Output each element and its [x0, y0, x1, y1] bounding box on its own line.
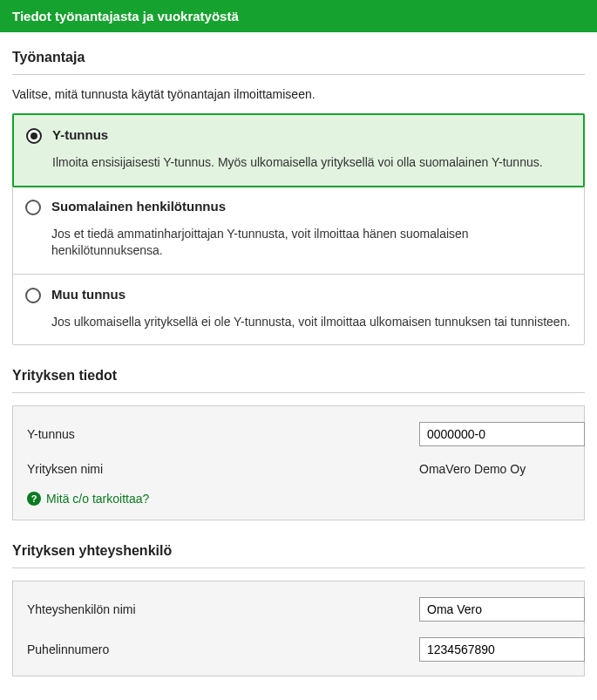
contact-section-title: Yrityksen yhteyshenkilö — [12, 538, 585, 568]
radio-label: Y-tunnus — [52, 127, 571, 142]
company-name-value: OmaVero Demo Oy — [419, 462, 570, 476]
radio-icon — [26, 128, 42, 144]
page-title: Tiedot työnantajasta ja vuokratyöstä — [12, 9, 239, 24]
radio-label: Muu tunnus — [51, 287, 572, 302]
radio-option-muu-tunnus[interactable]: Muu tunnus Jos ulkomaisella yrityksellä … — [13, 275, 584, 345]
contact-name-label: Yhteyshenkilön nimi — [27, 602, 419, 616]
radio-icon — [25, 200, 41, 215]
company-name-label: Yrityksen nimi — [27, 462, 419, 476]
radio-icon — [25, 288, 41, 303]
radio-option-ytunnus[interactable]: Y-tunnus Ilmoita ensisijaisesti Y-tunnus… — [12, 113, 585, 187]
radio-description: Jos et tiedä ammatinharjoittajan Y-tunnu… — [51, 226, 572, 260]
contact-phone-input[interactable] — [419, 637, 585, 662]
company-form-panel: Y-tunnus Yrityksen nimi OmaVero Demo Oy … — [12, 405, 585, 520]
page-header: Tiedot työnantajasta ja vuokratyöstä — [0, 0, 597, 32]
contact-phone-label: Puhelinnumero — [27, 642, 419, 656]
employer-section: Työnantaja Valitse, mitä tunnusta käytät… — [12, 44, 585, 345]
employer-instruction: Valitse, mitä tunnusta käytät työnantaja… — [12, 87, 585, 101]
employer-section-title: Työnantaja — [12, 44, 585, 75]
company-section-title: Yrityksen tiedot — [12, 363, 585, 393]
radio-description: Jos ulkomaisella yrityksellä ei ole Y-tu… — [51, 314, 572, 331]
ytunnus-label: Y-tunnus — [27, 427, 419, 441]
radio-description: Ilmoita ensisijaisesti Y-tunnus. Myös ul… — [52, 154, 571, 172]
contact-form-panel: Yhteyshenkilön nimi Puhelinnumero — [12, 581, 585, 676]
radio-label: Suomalainen henkilötunnus — [51, 199, 572, 214]
help-icon: ? — [27, 492, 41, 506]
company-section: Yrityksen tiedot Y-tunnus Yrityksen nimi… — [12, 363, 585, 520]
contact-name-input[interactable] — [419, 597, 585, 622]
ytunnus-input[interactable] — [419, 422, 585, 446]
radio-option-henkilotunnus[interactable]: Suomalainen henkilötunnus Jos et tiedä a… — [13, 187, 584, 275]
co-help-link[interactable]: Mitä c/o tarkoittaa? — [46, 492, 149, 506]
contact-section: Yrityksen yhteyshenkilö Yhteyshenkilön n… — [12, 538, 585, 676]
identifier-radio-group: Y-tunnus Ilmoita ensisijaisesti Y-tunnus… — [12, 113, 585, 345]
